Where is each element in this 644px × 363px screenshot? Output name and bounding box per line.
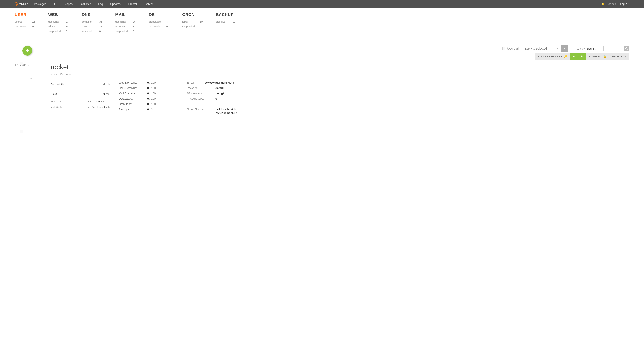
- tab-title: DB: [149, 12, 182, 17]
- row-checkbox-wrap: [20, 62, 23, 65]
- key-icon: 🔑: [564, 55, 567, 58]
- tab-mail[interactable]: MAIL domains:26 accounts:8 suspended:0: [115, 12, 149, 38]
- apply-to-selected-wrap: apply to selected: [522, 45, 568, 52]
- nav-packages[interactable]: Packages: [34, 2, 46, 6]
- info-ip: IP Addresses:0: [187, 96, 237, 101]
- col-usage: rocket Rocket Raccoon Bandwidth 0 mb Dis…: [51, 63, 110, 116]
- limit-line: Cron Jobs:0 / 100: [119, 101, 178, 106]
- usage-disk: Disk: 0 mb: [51, 91, 110, 97]
- nav-firewall[interactable]: Firewall: [128, 2, 138, 6]
- topbar-right: 🔔 admin Log out: [601, 2, 629, 6]
- topnav: Packages IP Graphs Statistics Log Update…: [34, 2, 601, 6]
- nav-ip[interactable]: IP: [54, 2, 56, 6]
- tab-title: CRON: [182, 12, 216, 17]
- search-input[interactable]: [604, 46, 624, 51]
- admin-link[interactable]: admin: [608, 2, 616, 6]
- limit-line: Mail Domains:0 / 100: [119, 90, 178, 96]
- info-ns: Name Servers:ns1.localhost.ltd ns2.local…: [187, 106, 237, 116]
- limit-line: Databases:0 / 100: [119, 96, 178, 101]
- tab-dns[interactable]: DNS domains:36 records:373 suspended:0: [82, 12, 115, 38]
- col-info: Email:rocket@guardians.com Package:defau…: [187, 63, 237, 116]
- tab-title: DNS: [82, 12, 115, 17]
- svg-point-0: [626, 48, 627, 49]
- sort-by[interactable]: sort by: DATE ↓: [576, 47, 596, 50]
- search-icon: [625, 47, 628, 50]
- tab-user[interactable]: USER users:15 suspended:0: [15, 12, 48, 42]
- nav-log[interactable]: Log: [98, 2, 103, 6]
- fullname: Rocket Raccoon: [51, 72, 110, 76]
- tab-cron[interactable]: CRON jobs:10 suspended:0: [182, 12, 216, 38]
- tab-web[interactable]: WEB domains:23 aliases:34 suspended:0: [48, 12, 82, 38]
- tab-backup[interactable]: BACKUP backups:1: [216, 12, 249, 38]
- logo-icon: [15, 2, 18, 6]
- logo-text: VESTA: [19, 2, 28, 5]
- logout-link[interactable]: Log out: [620, 2, 629, 6]
- nav-graphs[interactable]: Graphs: [64, 2, 72, 6]
- row-checkbox[interactable]: [20, 62, 23, 65]
- logo[interactable]: VESTA: [15, 2, 28, 6]
- tab-title: MAIL: [115, 12, 149, 17]
- chevron-right-icon: [564, 48, 565, 49]
- apply-to-selected[interactable]: apply to selected: [522, 45, 561, 52]
- tab-title: BACKUP: [216, 12, 249, 17]
- delete-button[interactable]: DELETE ✕: [609, 53, 629, 60]
- pencil-icon: ✎: [581, 55, 583, 58]
- topbar: VESTA Packages IP Graphs Statistics Log …: [0, 0, 644, 8]
- edit-button[interactable]: EDIT ✎: [570, 53, 586, 60]
- caret-down-icon: [557, 48, 558, 49]
- limit-line: Web Domains:0 / 100: [119, 80, 178, 85]
- add-button[interactable]: +: [22, 46, 32, 56]
- star-icon[interactable]: ★: [30, 76, 51, 80]
- col-limits: Web Domains:0 / 100 DNS Domains:0 / 100 …: [119, 63, 178, 116]
- info-ssh: SSH Access:nologin: [187, 90, 237, 96]
- usage-bandwidth: Bandwidth 0 mb: [51, 81, 110, 88]
- content: LOGIN AS ROCKET 🔑 EDIT ✎ SUSPEND 🔒 DELET…: [0, 53, 644, 140]
- search-button[interactable]: [624, 46, 629, 51]
- nav-updates[interactable]: Updates: [110, 2, 120, 6]
- login-as-button[interactable]: LOGIN AS ROCKET 🔑: [535, 53, 570, 60]
- user-row: LOGIN AS ROCKET 🔑 EDIT ✎ SUSPEND 🔒 DELET…: [15, 53, 629, 133]
- close-icon: ✕: [624, 55, 626, 58]
- stats-tabs: USER users:15 suspended:0 WEB domains:23…: [0, 8, 644, 42]
- tab-db[interactable]: DB databases:4 suspended:0: [149, 12, 182, 38]
- info-email: Email:rocket@guardians.com: [187, 80, 237, 85]
- lock-icon: 🔒: [603, 55, 606, 58]
- svg-line-1: [627, 49, 628, 50]
- left-col: 18 Mar 2017 ★: [15, 63, 51, 116]
- tab-title: WEB: [48, 12, 82, 17]
- limit-line: DNS Domains:0 / 100: [119, 85, 178, 90]
- toolbar: + toggle all apply to selected sort by: …: [0, 42, 644, 53]
- limit-line: Backups:0 / 3: [119, 106, 178, 112]
- nav-server[interactable]: Server: [145, 2, 153, 6]
- row-separator: [15, 127, 629, 133]
- user-body: 18 Mar 2017 ★ rocket Rocket Raccoon Band…: [15, 56, 629, 116]
- row-checkbox-2[interactable]: [20, 130, 23, 133]
- usage-sub: Web: 0 mb Mail: 0 mb Databases: 0 mb Use…: [51, 99, 110, 110]
- toggle-all-checkbox[interactable]: [502, 47, 505, 50]
- tab-title: USER: [15, 12, 48, 17]
- row-actions: LOGIN AS ROCKET 🔑 EDIT ✎ SUSPEND 🔒 DELET…: [535, 53, 629, 60]
- username: rocket: [51, 63, 110, 71]
- toggle-all[interactable]: toggle all: [502, 47, 519, 50]
- info-package: Package:default: [187, 85, 237, 90]
- nav-statistics[interactable]: Statistics: [80, 2, 91, 6]
- bell-icon[interactable]: 🔔: [601, 2, 604, 5]
- suspend-button[interactable]: SUSPEND 🔒: [586, 53, 609, 60]
- search-wrap: [604, 46, 629, 51]
- apply-go-button[interactable]: [561, 45, 568, 52]
